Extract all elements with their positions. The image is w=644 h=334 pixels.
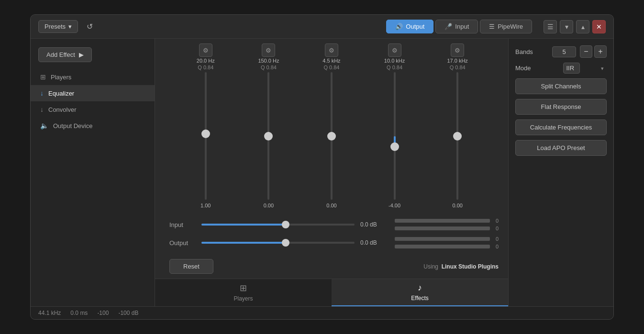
load-apo-label: Load APO Preset — [537, 144, 585, 151]
input-row: Input 0.0 dB 0 0 — [169, 218, 499, 231]
presets-button[interactable]: Presets ▾ — [38, 20, 78, 33]
band-track-2[interactable] — [267, 72, 269, 200]
tab-output[interactable]: 🔊 Output — [386, 20, 433, 33]
input-bar-2-val: 0 — [493, 226, 499, 231]
load-apo-preset-button[interactable]: Load APO Preset — [515, 140, 607, 156]
main-layout: Add Effect ▶ ⊞ Players ↓ Equalizer ↓ Con… — [31, 39, 613, 306]
band-4-freq: 10.0 kHz — [384, 58, 405, 64]
band-5-freq: 17.0 kHz — [447, 58, 467, 64]
calculate-frequencies-button[interactable]: Calculate Frequencies — [515, 119, 607, 135]
tab-input[interactable]: 🎤 Input — [435, 20, 478, 33]
band-track-3[interactable] — [331, 72, 333, 200]
input-slider[interactable] — [201, 224, 355, 226]
status-val2: -100 dB — [118, 310, 138, 316]
tab-input-label: Input — [455, 23, 469, 30]
bands-row: Bands 5 − + — [515, 45, 607, 58]
band-slider-2: 0.00 — [249, 72, 288, 208]
output-bar-2 — [395, 245, 490, 248]
band-slider-3: 0.00 — [312, 72, 351, 208]
input-bar-1-val: 0 — [493, 218, 499, 224]
sidebar-item-output-device[interactable]: 🔈 Output Device — [31, 118, 155, 134]
sidebar-item-convolver[interactable]: ↓ Convolver — [31, 101, 155, 118]
status-val1: -100 — [97, 310, 109, 316]
output-row: Output 0.0 dB 0 0 — [169, 236, 499, 249]
input-thumb[interactable] — [282, 221, 289, 228]
band-thumb-5[interactable] — [453, 132, 462, 140]
sidebar-item-players[interactable]: ⊞ Players — [31, 69, 155, 85]
bands-label: Bands — [515, 48, 548, 55]
eq-section: ⚙ 20.0 Hz Q 0.84 ⚙ 150.0 Hz Q 0.84 ⚙ 4.5… — [155, 39, 508, 213]
gear-button-2[interactable]: ⚙ — [262, 43, 275, 57]
chevron-down-icon-button[interactable]: ▾ — [560, 20, 573, 33]
band-thumb-3[interactable] — [327, 132, 336, 140]
output-slider[interactable] — [201, 242, 355, 244]
gear-button-1[interactable]: ⚙ — [199, 43, 212, 57]
output-bar-row-2: 0 — [395, 244, 499, 249]
band-track-4[interactable] — [394, 72, 396, 200]
using-prefix: Using — [423, 263, 438, 270]
sidebar-players-label: Players — [51, 74, 71, 81]
band-header-1: ⚙ 20.0 Hz Q 0.84 — [187, 43, 225, 70]
menu-icon-button[interactable]: ☰ — [544, 20, 557, 33]
presets-chevron-icon: ▾ — [68, 23, 72, 30]
band-1-q: Q 0.84 — [198, 65, 213, 70]
gear-button-3[interactable]: ⚙ — [325, 43, 338, 57]
footer-tab-effects[interactable]: ♪ Effects — [332, 279, 508, 306]
output-mini-bars: 0 0 — [395, 236, 499, 249]
header: Presets ▾ ↺ 🔊 Output 🎤 Input ☰ PipeWire … — [31, 15, 613, 39]
gear-button-5[interactable]: ⚙ — [451, 43, 464, 57]
band-thumb-4[interactable] — [390, 142, 399, 151]
sidebar-convolver-label: Convolver — [48, 106, 77, 113]
presets-label: Presets — [44, 23, 66, 30]
band-3-freq: 4.5 kHz — [322, 58, 340, 64]
band-slider-5: 0.00 — [438, 72, 477, 208]
bands-decrement-button[interactable]: − — [580, 45, 592, 58]
close-button[interactable]: ✕ — [592, 20, 606, 33]
output-thumb[interactable] — [282, 239, 289, 247]
input-label: Input — [169, 221, 196, 228]
band-3-q: Q 0.84 — [323, 65, 339, 70]
band-header-2: ⚙ 150.0 Hz Q 0.84 — [249, 43, 288, 70]
add-effect-button[interactable]: Add Effect ▶ — [38, 47, 92, 62]
tab-pipewire[interactable]: ☰ PipeWire — [480, 20, 532, 33]
split-channels-label: Split Channels — [541, 83, 581, 90]
mode-select[interactable]: IIR FIR — [563, 63, 580, 74]
calculate-freq-label: Calculate Frequencies — [530, 124, 592, 131]
band-4-q: Q 0.84 — [387, 65, 402, 70]
reset-button[interactable]: Reset — [169, 259, 213, 274]
output-bar-1-val: 0 — [493, 236, 499, 242]
output-device-icon: 🔈 — [40, 122, 48, 129]
bands-increment-button[interactable]: + — [594, 45, 607, 58]
band-slider-1: 1.00 — [187, 72, 225, 208]
band-2-freq: 150.0 Hz — [258, 58, 279, 64]
tab-pipewire-label: PipeWire — [498, 23, 523, 30]
band-header-3: ⚙ 4.5 kHz Q 0.84 — [312, 43, 351, 70]
sidebar-item-equalizer[interactable]: ↓ Equalizer — [31, 85, 155, 101]
latency: 0.0 ms — [70, 310, 88, 316]
band-headers: ⚙ 20.0 Hz Q 0.84 ⚙ 150.0 Hz Q 0.84 ⚙ 4.5… — [160, 43, 503, 70]
mode-label: Mode — [515, 65, 559, 72]
input-bar-2 — [395, 226, 490, 230]
output-bar-row-1: 0 — [395, 236, 499, 242]
input-icon: 🎤 — [444, 23, 452, 30]
band-track-5[interactable] — [456, 72, 458, 200]
band-4-value: -4.00 — [389, 200, 400, 208]
sample-rate: 44.1 kHz — [38, 310, 61, 316]
band-header-5: ⚙ 17.0 kHz Q 0.84 — [438, 43, 477, 70]
band-thumb-2[interactable] — [264, 132, 273, 140]
refresh-button[interactable]: ↺ — [84, 20, 96, 33]
band-1-freq: 20.0 Hz — [197, 58, 215, 64]
band-thumb-1[interactable] — [201, 129, 210, 138]
flat-response-label: Flat Response — [541, 103, 581, 110]
flat-response-button[interactable]: Flat Response — [515, 99, 607, 115]
split-channels-button[interactable]: Split Channels — [515, 78, 607, 94]
pipewire-icon: ☰ — [489, 23, 495, 30]
band-track-1[interactable] — [205, 72, 207, 200]
output-db: 0.0 dB — [360, 239, 389, 246]
chevron-up-icon-button[interactable]: ▴ — [576, 20, 589, 33]
bands-value: 5 — [552, 46, 576, 57]
footer-tabs: ⊞ Players ♪ Effects — [155, 279, 508, 306]
footer-tab-players[interactable]: ⊞ Players — [155, 279, 332, 306]
tab-output-label: Output — [406, 23, 424, 30]
gear-button-4[interactable]: ⚙ — [388, 43, 401, 57]
